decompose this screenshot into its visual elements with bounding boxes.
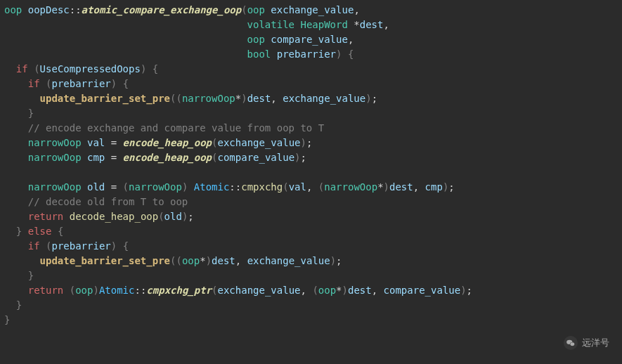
semi: ; [306,137,312,148]
rbrace: } [28,270,34,281]
rparen: ) [294,152,300,163]
comma: , [306,181,318,193]
semi: ; [448,181,454,193]
id-dest: dest [389,181,413,193]
param-compare: compare_value [271,34,348,45]
rparen: ) [342,285,348,296]
comma: , [354,4,365,15]
lbrace: { [58,226,63,237]
fn-signature: atomic_compare_exchange_oop [82,4,242,15]
semi: ; [301,152,306,163]
eq: = [105,137,122,148]
scope-op: :: [70,4,82,15]
type-bool: bool [247,48,271,60]
id-exchange: exchange_value [218,285,301,296]
id-usecompressed: UseCompressedOops [40,63,141,74]
param-prebarrier: prebarrier [277,48,336,60]
rparen: ) [301,137,306,148]
rbrace: } [28,108,34,119]
scope-op: :: [229,181,241,193]
rparen: ) [330,255,336,266]
comma: , [348,34,360,45]
star: * [377,181,383,193]
fn-decode: decode_heap_oop [70,211,158,222]
id-prebarrier: prebarrier [51,78,110,89]
id-compare: compare_value [217,152,294,163]
lbrace: { [153,63,158,74]
watermark-text: 远洋号 [582,336,609,350]
type-oop: oop [75,285,93,296]
fn-update-barrier: update_barrier_set_pre [40,255,170,266]
fn-encode: encode_heap_oop [123,137,212,148]
id-val: val [289,181,306,193]
rbrace: } [16,299,22,311]
lparen: ( [34,63,39,74]
watermark-badge: 远洋号 [564,336,609,350]
star: * [336,285,342,296]
id-dest: dest [212,255,235,266]
type-narrow: narrowOop [28,181,82,193]
kw-else: else [28,226,52,237]
type-oop: oop [247,34,265,45]
wechat-icon [564,336,578,350]
semi: ; [372,93,377,104]
id-val: val [87,137,105,148]
rparen: ) [336,48,342,60]
code-block: oop oopDesc::atomic_compare_exchange_oop… [0,0,622,330]
eq: = [105,181,122,193]
type-heapword: HeapWord [300,19,347,30]
fn-cmpxchg: cmpxchg [241,181,283,193]
rparen: ) [111,240,117,252]
id-exchange: exchange_value [217,137,300,148]
kw-return: return [28,211,64,222]
kw-if: if [16,63,28,74]
type-oop: oop [182,255,200,266]
star: * [200,255,205,266]
type-oop: oop [4,4,22,15]
fn-encode: encode_heap_oop [123,152,212,163]
lbrace: { [348,48,354,60]
lparen: ( [318,181,324,193]
id-prebarrier: prebarrier [51,240,110,252]
rparen: ) [141,63,146,74]
comma: , [372,285,384,296]
type-oop: oop [318,285,336,296]
lparen: ( [70,285,75,296]
type-narrow: narrowOop [28,137,82,148]
id-exchange: exchange_value [283,93,365,104]
rbrace: } [4,314,10,325]
rparen: ) [384,181,389,193]
id-atomic: Atomic [194,181,230,193]
lparen: ( [176,255,181,266]
rparen: ) [365,93,371,104]
id-atomic: Atomic [99,285,135,296]
rparen: ) [241,93,247,104]
rparen: ) [460,285,466,296]
semi: ; [467,285,472,296]
comment-decode: // decode old from T to oop [28,196,188,207]
svg-point-2 [570,342,574,346]
comma: , [383,19,395,30]
comma: , [413,181,425,193]
kw-return: return [28,285,64,296]
semi: ; [188,211,193,222]
lparen: ( [312,285,318,296]
id-dest: dest [247,93,271,104]
lparen: ( [123,181,129,193]
semi: ; [336,255,342,266]
id-cmp: cmp [425,181,443,193]
star: * [354,19,359,30]
type-narrow: narrowOop [129,181,182,193]
comma: , [301,285,313,296]
rparen: ) [206,255,212,266]
id-dest: dest [348,285,372,296]
comma: , [271,93,283,104]
lparen: ( [176,93,181,104]
comment-encode: // encode exchange and compare value fro… [28,122,324,134]
param-dest: dest [360,19,384,30]
rbrace: } [16,226,22,237]
fn-cmpxchg-ptr: cmpxchg_ptr [146,285,212,296]
id-cmp: cmp [87,152,105,163]
param-exchange: exchange_value [271,4,354,15]
type-oop: oop [247,4,265,15]
